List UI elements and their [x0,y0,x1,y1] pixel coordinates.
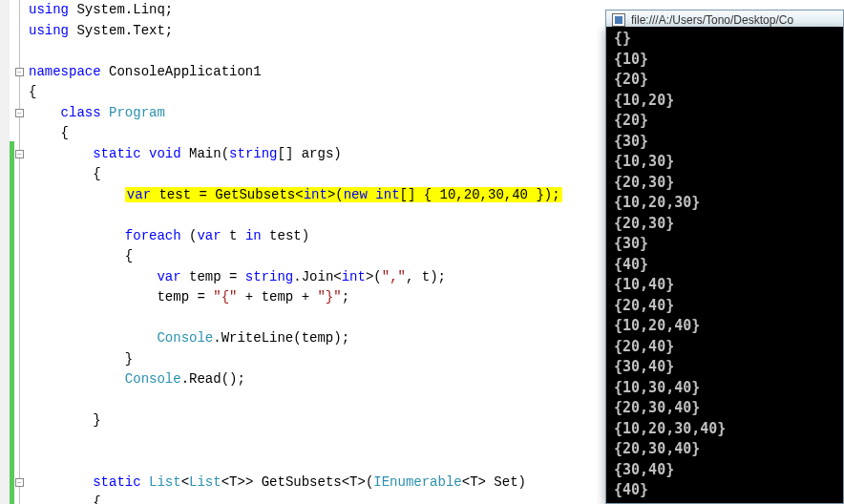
code-line[interactable] [29,308,562,329]
code-line[interactable]: using System.Linq; [29,0,562,21]
code-line[interactable] [29,431,562,452]
code-editor[interactable]: −−−− using System.Linq;using System.Text… [0,0,597,504]
change-marker [10,141,14,504]
code-line[interactable] [29,452,562,472]
fold-toggle[interactable]: − [15,68,24,76]
code-line[interactable]: { [29,164,562,185]
code-line[interactable]: { [29,123,562,144]
console-window[interactable]: {} {10} {20} {10,20} {20} {30} {10,30} {… [605,27,844,504]
editor-gutter [0,0,10,504]
code-line[interactable] [29,41,562,62]
highlighted-code: var test = GetSubsets<int>(new int[] { 1… [125,187,562,202]
console-title: file:///A:/Users/Tono/Desktop/Co [631,13,793,27]
code-line[interactable]: Console.WriteLine(temp); [29,328,562,349]
fold-column: −−−− [15,0,27,504]
console-output: {} {10} {20} {10,20} {20} {30} {10,30} {… [614,29,726,501]
code-line[interactable]: namespace ConsoleApplication1 [29,62,562,83]
code-line[interactable]: static List<List<T>> GetSubsets<T>(IEnum… [29,472,562,494]
code-line[interactable]: } [29,349,562,370]
code-line[interactable]: var test = GetSubsets<int>(new int[] { 1… [29,185,562,206]
code-line[interactable]: foreach (var t in test) [29,226,562,247]
code-line[interactable]: { [29,493,562,504]
code-line[interactable]: Console.Read(); [29,369,562,390]
code-line[interactable]: temp = "{" + temp + "}"; [29,287,562,308]
code-line[interactable]: using System.Text; [29,21,562,42]
code-line[interactable]: var temp = string.Join<int>(",", t); [29,267,562,288]
code-line[interactable]: class Program [29,103,562,124]
code-line[interactable] [29,390,562,411]
code-line[interactable]: { [29,82,562,103]
code-line[interactable]: static void Main(string[] args) [29,144,562,165]
code-lines[interactable]: using System.Linq;using System.Text;name… [29,0,562,504]
code-line[interactable]: } [29,410,562,431]
code-line[interactable] [29,205,562,226]
fold-toggle[interactable]: − [15,109,24,117]
code-line[interactable]: { [29,246,562,267]
fold-toggle[interactable]: − [15,478,24,487]
console-app-icon [612,13,625,27]
fold-toggle[interactable]: − [15,150,24,158]
